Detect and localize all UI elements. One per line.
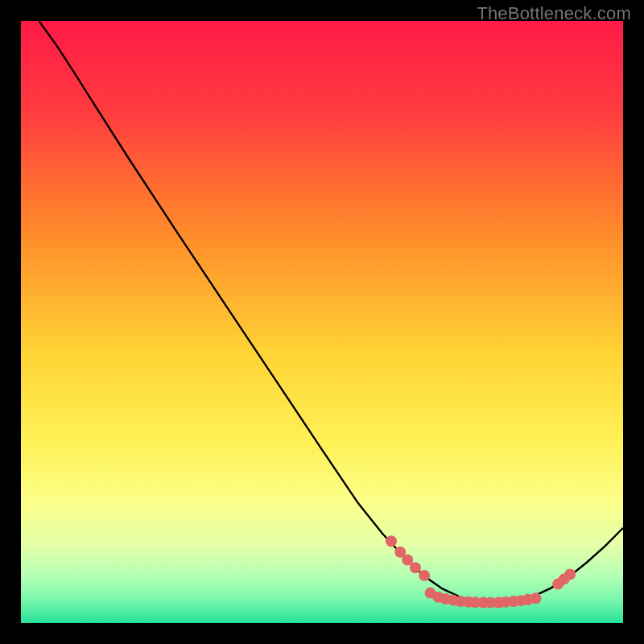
chart-marker	[419, 570, 430, 581]
chart-marker	[386, 535, 397, 547]
chart-marker	[564, 568, 576, 580]
chart-frame: TheBottleneck.com	[0, 0, 644, 644]
watermark-label: TheBottleneck.com	[477, 3, 631, 24]
chart-marker	[530, 592, 542, 604]
chart-marker	[410, 562, 421, 573]
bottleneck-chart	[21, 21, 623, 623]
chart-background	[21, 21, 623, 623]
